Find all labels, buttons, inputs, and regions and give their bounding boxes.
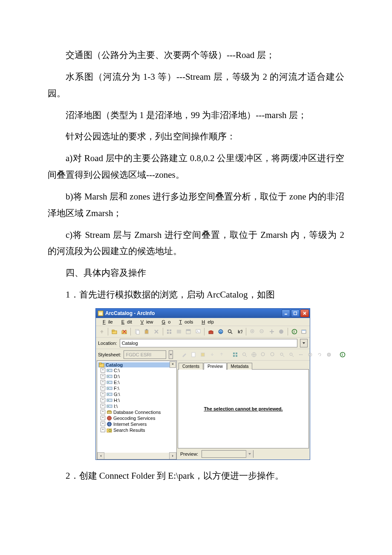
window-buttons — [282, 309, 309, 317]
layer-zoom-in-icon[interactable] — [260, 350, 267, 359]
thumbnails-icon[interactable] — [194, 327, 202, 336]
svg-point-29 — [279, 330, 283, 334]
minimize-button[interactable] — [282, 309, 290, 317]
tab-contents[interactable]: Contents — [179, 363, 203, 370]
app-icon — [98, 310, 104, 316]
content-panel: Contents Preview Metadata The selection … — [178, 361, 309, 460]
svg-rect-58 — [107, 375, 112, 378]
scroll-left-button[interactable] — [97, 452, 104, 460]
location-row: Location: Catalog — [96, 338, 310, 349]
svg-point-67 — [108, 400, 109, 401]
export-metadata-icon[interactable] — [218, 350, 225, 359]
geography-icon[interactable] — [232, 350, 239, 359]
metadata-properties-icon[interactable] — [190, 350, 197, 359]
svg-rect-66 — [107, 399, 112, 402]
svg-rect-36 — [233, 353, 235, 354]
tree-drive-item[interactable]: +F:\ — [98, 385, 176, 391]
connect-folder-icon[interactable] — [110, 327, 118, 336]
menu-go[interactable]: Go — [157, 319, 173, 325]
circle-tool-icon[interactable] — [326, 350, 332, 359]
maximize-button[interactable] — [291, 309, 300, 317]
preview-type-select[interactable] — [202, 450, 254, 458]
tab-metadata[interactable]: Metadata — [227, 363, 253, 370]
svg-point-25 — [228, 330, 231, 332]
menu-file[interactable]: File — [98, 319, 115, 325]
svg-rect-68 — [107, 405, 112, 408]
svg-rect-16 — [177, 331, 181, 332]
thumbnail-icon[interactable] — [300, 327, 308, 336]
tree-node-database[interactable]: +Database Connections — [98, 409, 176, 415]
svg-point-48 — [302, 354, 303, 355]
tree-drive-item[interactable]: +C:\ — [98, 367, 176, 373]
help-icon[interactable]: k? — [236, 327, 244, 336]
layer-zoom-out-icon[interactable] — [269, 350, 276, 359]
preview-type-row: Preview: — [178, 448, 309, 460]
menu-help[interactable]: Help — [196, 319, 216, 325]
list-icon[interactable] — [175, 327, 183, 336]
import-metadata-icon[interactable] — [209, 350, 216, 359]
tree-drive-item[interactable]: +E:\ — [98, 379, 176, 385]
next-extent-icon[interactable] — [288, 350, 295, 359]
tree-node-internet[interactable]: +Internet Servers — [98, 421, 176, 427]
tree-drive-item[interactable]: +D:\ — [98, 373, 176, 379]
tree-drive-item[interactable]: +G:\ — [98, 391, 176, 397]
info-icon[interactable]: i — [339, 350, 346, 359]
tree-drive-item[interactable]: +I:\ — [98, 403, 176, 409]
copy-icon[interactable] — [133, 327, 141, 336]
svg-point-65 — [108, 394, 109, 395]
dots-icon[interactable] — [297, 350, 304, 359]
svg-point-45 — [290, 353, 292, 356]
tree-scrollbar[interactable] — [97, 453, 176, 459]
stylesheet-dropdown-button[interactable] — [169, 350, 173, 359]
large-icons-icon[interactable] — [165, 327, 173, 336]
catalog-tree[interactable]: Catalog +C:\ +D:\ +E:\ +F:\ +G:\ +H:\ +I… — [97, 361, 176, 434]
svg-rect-71 — [107, 411, 112, 413]
zoom-in-icon[interactable] — [248, 327, 257, 336]
full-extent-icon[interactable] — [277, 327, 285, 336]
preview-dropdown-button[interactable] — [246, 450, 253, 458]
disconnect-folder-icon[interactable] — [120, 327, 128, 336]
menu-tools[interactable]: Tools — [174, 319, 196, 325]
zoom-out-icon[interactable] — [258, 327, 266, 336]
scroll-right-button[interactable] — [169, 452, 176, 460]
window-titlebar: ArcCatalog - ArcInfo — [96, 309, 310, 318]
up-icon[interactable] — [98, 327, 106, 336]
svg-rect-13 — [167, 332, 169, 334]
globe-icon[interactable] — [251, 350, 257, 359]
create-metadata-icon[interactable] — [199, 350, 206, 359]
svg-point-61 — [108, 382, 109, 383]
zoom-icon[interactable] — [241, 350, 248, 359]
scroll-track[interactable] — [104, 453, 169, 459]
tree-root-catalog[interactable]: Catalog — [98, 362, 176, 367]
panel-close-button[interactable]: × — [170, 361, 176, 368]
prev-extent-icon[interactable] — [279, 350, 285, 359]
menubar: File Edit View Go Tools Help — [96, 318, 310, 326]
stylesheet-input[interactable]: FGDC ESRI — [124, 350, 166, 359]
svg-rect-19 — [186, 330, 190, 331]
content-tabs: Contents Preview Metadata — [178, 361, 309, 370]
screenshot-figure: ArcCatalog - ArcInfo File Edit View Go T… — [95, 308, 344, 460]
edit-metadata-icon[interactable] — [181, 350, 187, 359]
location-dropdown-button[interactable] — [300, 339, 308, 347]
rotate-icon[interactable] — [316, 350, 323, 359]
target-icon[interactable] — [307, 350, 314, 359]
pan-icon[interactable] — [268, 327, 276, 336]
menu-view[interactable]: View — [135, 319, 156, 325]
svg-point-44 — [280, 353, 283, 356]
tab-preview[interactable]: Preview — [204, 363, 227, 370]
menu-edit[interactable]: Edit — [116, 319, 135, 325]
details-icon[interactable] — [184, 327, 193, 336]
svg-rect-39 — [236, 355, 237, 357]
identify-icon[interactable]: i — [290, 327, 298, 336]
location-input[interactable]: Catalog — [120, 339, 297, 347]
search-icon[interactable] — [226, 327, 234, 336]
tree-node-search[interactable]: +Search Results — [98, 427, 176, 433]
delete-icon[interactable] — [152, 327, 160, 336]
tree-drive-item[interactable]: +H:\ — [98, 397, 176, 403]
close-button[interactable] — [300, 309, 309, 317]
tree-node-geocoding[interactable]: +Geocoding Services — [98, 415, 176, 421]
paste-icon[interactable] — [143, 327, 151, 336]
document-page: 交通图（公路分为主要、次要两个等级）---Road 层； 水系图（河流分为 1-… — [0, 0, 392, 523]
toolbox-icon[interactable] — [207, 327, 215, 336]
arcmap-icon[interactable] — [216, 327, 225, 336]
